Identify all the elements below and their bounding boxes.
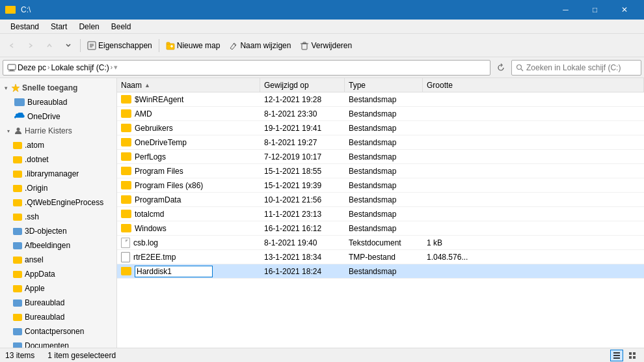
breadcrumb[interactable]: Deze pc › Lokale schijf (C:) › ▾: [3, 60, 490, 76]
eigenschappen-button[interactable]: Eigenschappen: [83, 36, 156, 55]
file-name: Gebruikers: [135, 124, 173, 133]
up-button[interactable]: [40, 36, 59, 55]
table-row[interactable]: totalcmd 11-1-2021 23:13 Bestandsmap: [117, 207, 644, 221]
onedrive-icon: [14, 113, 25, 120]
sidebar-item-documenten[interactable]: Documenten: [0, 339, 116, 348]
refresh-button[interactable]: [493, 60, 509, 76]
table-row[interactable]: $WinREAgent 12-1-2021 19:28 Bestandsmap: [117, 92, 644, 107]
search-input[interactable]: [526, 63, 637, 72]
sidebar-item-atom[interactable]: .atom: [0, 138, 116, 152]
sidebar-item-ansel[interactable]: ansel: [0, 253, 116, 267]
svg-line-15: [521, 69, 523, 71]
minimize-button[interactable]: ─: [551, 0, 580, 20]
delete-button[interactable]: Verwijderen: [296, 36, 356, 55]
breadcrumb-pc[interactable]: Deze pc: [18, 63, 46, 72]
new-folder-button[interactable]: Nieuwe map: [162, 36, 224, 55]
table-row[interactable]: csb.log 8-1-2021 19:40 Tekstdocument 1 k…: [117, 236, 644, 250]
sidebar-item-afbeeldingen[interactable]: Afbeeldingen: [0, 238, 116, 253]
sidebar-item-bureaublad-special[interactable]: Bureaublad: [0, 296, 116, 310]
recent-button[interactable]: [59, 36, 77, 55]
table-row[interactable]: 16-1-2021 18:24 Bestandsmap: [117, 264, 644, 279]
selected-count: 1 item geselecteerd: [47, 351, 116, 360]
svg-rect-11: [8, 64, 16, 70]
column-modified[interactable]: Gewijzigd op: [260, 78, 345, 92]
file-type-cell: Bestandsmap: [345, 164, 423, 178]
sidebar-item-librarymanager[interactable]: .librarymanager: [0, 167, 116, 181]
list-view-button[interactable]: [610, 350, 623, 361]
file-size-cell: [423, 264, 644, 278]
folder-icon: [13, 271, 22, 278]
menu-start[interactable]: Start: [46, 21, 72, 33]
folder-icon: [121, 210, 131, 218]
sidebar-item-origin[interactable]: .Origin: [0, 181, 116, 195]
table-row[interactable]: ProgramData 10-1-2021 21:56 Bestandsmap: [117, 193, 644, 207]
table-row[interactable]: PerfLogs 7-12-2019 10:17 Bestandsmap: [117, 150, 644, 164]
file-type-cell: Bestandsmap: [345, 107, 423, 120]
table-row[interactable]: Windows 16-1-2021 16:12 Bestandsmap: [117, 221, 644, 236]
maximize-button[interactable]: □: [580, 0, 610, 20]
file-name: Program Files: [135, 167, 183, 176]
sidebar-item-bureaublad2[interactable]: Bureaublad: [0, 310, 116, 324]
close-button[interactable]: ✕: [610, 0, 639, 20]
sidebar-item-bureaublad[interactable]: Bureaublad: [0, 95, 116, 109]
file-modified-cell: 12-1-2021 19:28: [260, 92, 345, 106]
sidebar-label: .librarymanager: [25, 169, 79, 178]
menu-beeld[interactable]: Beeld: [106, 21, 137, 33]
table-row[interactable]: AMD 8-1-2021 23:30 Bestandsmap: [117, 107, 644, 121]
file-type-cell: Bestandsmap: [345, 193, 423, 206]
table-row[interactable]: Program Files 15-1-2021 18:55 Bestandsma…: [117, 164, 644, 178]
menu-bestand[interactable]: Bestand: [5, 21, 44, 33]
column-size[interactable]: Grootte: [423, 78, 644, 92]
item-count: 13 items: [5, 351, 34, 360]
sidebar-item-apple[interactable]: Apple: [0, 281, 116, 296]
table-row[interactable]: Gebruikers 19-1-2021 19:41 Bestandsmap: [117, 121, 644, 135]
file-name-cell: AMD: [117, 107, 260, 120]
table-row[interactable]: Program Files (x86) 15-1-2021 19:39 Best…: [117, 178, 644, 193]
file-name: OneDriveTemp: [135, 138, 187, 147]
file-modified-cell: 13-1-2021 18:34: [260, 250, 345, 264]
rename-button[interactable]: Naam wijzigen: [225, 36, 295, 55]
search-area[interactable]: [511, 60, 641, 76]
sidebar-item-contactpersonen[interactable]: Contactpersonen: [0, 324, 116, 339]
table-row[interactable]: rtrE2EE.tmp 13-1-2021 18:34 TMP-bestand …: [117, 250, 644, 264]
sidebar-item-user[interactable]: ▾ Harrie Kisters: [0, 124, 116, 138]
back-button[interactable]: [3, 36, 21, 55]
sidebar-label: 3D-objecten: [25, 227, 67, 236]
file-modified-cell: 8-1-2021 23:30: [260, 107, 345, 120]
sidebar-quick-access-header[interactable]: ▾ Snelle toegang: [0, 81, 116, 95]
menu-delen[interactable]: Delen: [74, 21, 104, 33]
sidebar-item-qtwebengine[interactable]: .QtWebEngineProcess: [0, 195, 116, 210]
breadcrumb-drive[interactable]: Lokale schijf (C:): [51, 63, 109, 72]
svg-rect-24: [633, 356, 636, 359]
folder-icon: [13, 228, 22, 235]
sidebar-item-onedrive[interactable]: OneDrive: [0, 109, 116, 124]
folder-icon: [14, 98, 25, 106]
folder-icon: [121, 124, 131, 132]
file-list-scroll[interactable]: Naam ▲ Gewijzigd op Type Grootte $WinREA…: [117, 78, 644, 348]
sidebar-item-dotnet[interactable]: .dotnet: [0, 152, 116, 167]
column-naam[interactable]: Naam ▲: [117, 78, 260, 92]
toolbar: Eigenschappen Nieuwe map Naam wijzigen V…: [0, 34, 644, 57]
table-row[interactable]: OneDriveTemp 8-1-2021 19:27 Bestandsmap: [117, 135, 644, 150]
file-modified-cell: 8-1-2021 19:40: [260, 236, 345, 249]
menu-bar: Bestand Start Delen Beeld: [0, 20, 644, 34]
rename-input[interactable]: [135, 266, 213, 277]
file-name: Program Files (x86): [135, 181, 203, 190]
sidebar-label: .ssh: [25, 212, 39, 221]
column-type[interactable]: Type: [345, 78, 423, 92]
detail-view-button[interactable]: [626, 350, 639, 361]
file-name-cell: rtrE2EE.tmp: [117, 250, 260, 264]
file-name: rtrE2EE.tmp: [133, 253, 176, 262]
forward-button[interactable]: [21, 36, 40, 55]
file-name-cell: Gebruikers: [117, 121, 260, 135]
sidebar-item-3dobjecten[interactable]: 3D-objecten: [0, 224, 116, 238]
sidebar-item-ssh[interactable]: .ssh: [0, 210, 116, 224]
toolbar-sep-2: [159, 39, 159, 52]
sidebar-label: Apple: [25, 284, 45, 293]
star-icon: [11, 83, 20, 92]
file-size-cell: 1.048.576...: [423, 250, 644, 264]
sidebar-item-appdata[interactable]: AppData: [0, 267, 116, 281]
folder-icon: [121, 95, 131, 104]
file-name-cell: [117, 264, 260, 278]
folder-icon: [13, 142, 22, 149]
